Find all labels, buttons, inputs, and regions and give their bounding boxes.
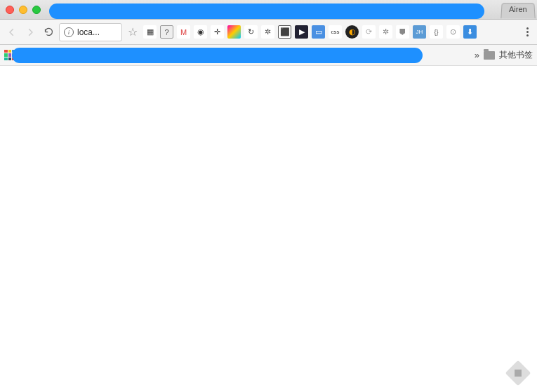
url-text: loca... [77, 27, 100, 37]
page-content [0, 66, 537, 392]
extension-gmail-icon[interactable]: M [177, 25, 190, 39]
window-titlebar: Airen [0, 0, 537, 20]
minimize-window-button[interactable] [19, 6, 27, 14]
extension-chain-icon[interactable]: ⟳ [362, 25, 376, 39]
site-info-icon[interactable]: i [64, 27, 74, 37]
tab-strip: Airen [48, 0, 531, 19]
extension-shield-icon[interactable]: ⛊ [396, 25, 409, 39]
reload-button[interactable] [41, 25, 56, 40]
extension-help-icon[interactable]: ? [160, 25, 173, 39]
extension-dropbox-icon[interactable]: ⬇ [463, 25, 477, 39]
active-tab[interactable] [49, 4, 484, 19]
extension-css-icon[interactable]: css [329, 25, 342, 39]
extension-crosshair-icon[interactable]: ✛ [211, 25, 224, 39]
extension-folder-ext-icon[interactable]: ▭ [312, 25, 325, 39]
bookmarks-overflow-button[interactable]: » [475, 50, 479, 60]
extension-devtools-icon[interactable]: ▶ [295, 25, 308, 39]
close-window-button[interactable] [6, 6, 14, 14]
browser-menu-button[interactable] [522, 27, 533, 36]
address-bar[interactable]: i loca... [59, 23, 122, 41]
bookmark-star-icon[interactable]: ☆ [128, 25, 138, 39]
browser-toolbar: i loca... ☆ ▦?M◉✛↻✲⬛▶▭css◐⟳✲⛊JH{}⊙⬇ [0, 20, 537, 45]
other-bookmarks-button[interactable]: 其他书签 [499, 49, 533, 61]
extension-refresh-ext-icon[interactable]: ↻ [244, 25, 258, 39]
forward-button[interactable] [22, 25, 38, 40]
extensions-row: ▦?M◉✛↻✲⬛▶▭css◐⟳✲⛊JH{}⊙⬇ [143, 25, 517, 39]
back-button[interactable] [4, 25, 20, 40]
extension-dark-circle-icon[interactable]: ◐ [345, 25, 359, 39]
bookmarks-highlight [12, 48, 423, 63]
extension-gradient-icon[interactable] [227, 25, 241, 39]
extension-toggle-icon[interactable]: ⊙ [446, 25, 460, 39]
extension-color-picker-icon[interactable]: ◉ [194, 25, 207, 39]
bookmarks-bar: » 其他书签 [0, 45, 537, 66]
maximize-window-button[interactable] [32, 6, 41, 14]
inactive-tab[interactable]: Airen [501, 3, 536, 18]
extension-tag-icon[interactable]: ⬛ [278, 25, 291, 39]
traffic-lights [6, 6, 41, 14]
corner-badge-icon[interactable] [505, 360, 531, 386]
extension-jh-icon[interactable]: JH [413, 25, 426, 39]
extension-atom-icon[interactable]: ✲ [379, 25, 392, 39]
extension-gear-icon[interactable]: ✲ [261, 25, 274, 39]
extension-qr-code-icon[interactable]: ▦ [143, 25, 157, 39]
extension-braces-icon[interactable]: {} [430, 25, 443, 39]
folder-icon [484, 51, 495, 60]
